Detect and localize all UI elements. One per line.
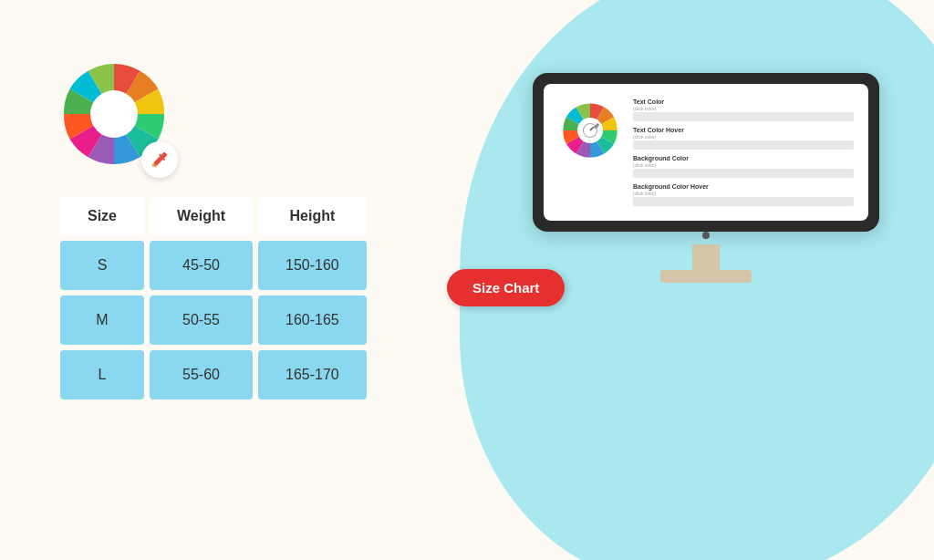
field-text-color: Text Color (click color) [633, 99, 854, 121]
color-wheel-container [55, 55, 173, 173]
cell-size: S [60, 241, 144, 290]
monitor-stand-base [660, 270, 752, 283]
col-header-size: Size [60, 197, 144, 235]
svg-point-0 [90, 90, 138, 138]
field-input-text-color-hover [633, 140, 854, 150]
svg-rect-1 [152, 164, 158, 168]
cell-size: L [60, 350, 144, 399]
monitor-fields: Text Color (click color) Text Color Hove… [633, 99, 854, 206]
size-table: Size Weight Height S45-50150-160M50-5516… [55, 192, 372, 405]
cell-size: M [60, 296, 144, 345]
monitor-section: Text Color (click color) Text Color Hove… [533, 73, 879, 283]
field-input-bg-color-hover [633, 197, 854, 206]
cell-height: 150-160 [258, 241, 367, 290]
cell-height: 160-165 [258, 296, 367, 345]
monitor-camera-dot [702, 232, 710, 239]
cell-weight: 55-60 [150, 350, 253, 399]
field-input-text-color [633, 112, 854, 121]
size-chart-button[interactable]: Size Chart [447, 269, 565, 306]
field-text-color-hover: Text Color Hover (click color) [633, 127, 854, 150]
cell-height: 165-170 [258, 350, 367, 399]
col-header-weight: Weight [150, 197, 253, 235]
left-section: Size Weight Height S45-50150-160M50-5516… [55, 55, 372, 405]
table-row: L55-60165-170 [60, 350, 367, 399]
dropper-icon [141, 141, 178, 178]
monitor-color-wheel [558, 99, 622, 162]
table-row: M50-55160-165 [60, 296, 367, 345]
table-row: S45-50150-160 [60, 241, 367, 290]
field-input-bg-color [633, 169, 854, 178]
cell-weight: 50-55 [150, 296, 253, 345]
monitor-stand-neck [692, 244, 720, 270]
field-bg-color: Background Color (click color) [633, 155, 854, 178]
cell-weight: 45-50 [150, 241, 253, 290]
col-header-height: Height [258, 197, 367, 235]
monitor-outer: Text Color (click color) Text Color Hove… [533, 73, 879, 232]
field-bg-color-hover: Background Color Hover (click color) [633, 183, 854, 206]
monitor-screen: Text Color (click color) Text Color Hove… [544, 84, 868, 221]
